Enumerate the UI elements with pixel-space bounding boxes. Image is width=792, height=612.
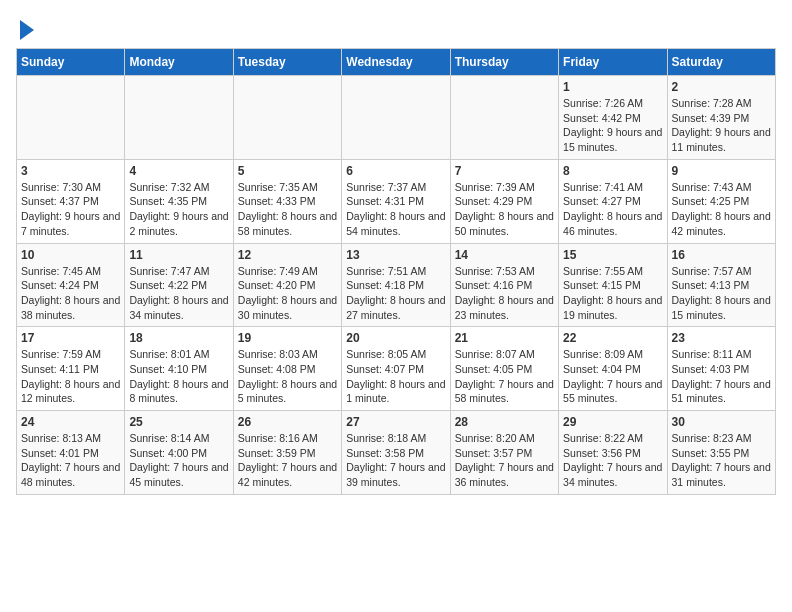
day-info: Sunrise: 8:16 AM Sunset: 3:59 PM Dayligh…: [238, 431, 337, 490]
day-number: 25: [129, 415, 228, 429]
day-info: Sunrise: 7:35 AM Sunset: 4:33 PM Dayligh…: [238, 180, 337, 239]
day-info: Sunrise: 8:14 AM Sunset: 4:00 PM Dayligh…: [129, 431, 228, 490]
day-info: Sunrise: 8:20 AM Sunset: 3:57 PM Dayligh…: [455, 431, 554, 490]
calendar-cell: 27Sunrise: 8:18 AM Sunset: 3:58 PM Dayli…: [342, 411, 450, 495]
header-day-wednesday: Wednesday: [342, 49, 450, 76]
header-day-friday: Friday: [559, 49, 667, 76]
header-day-monday: Monday: [125, 49, 233, 76]
day-number: 11: [129, 248, 228, 262]
day-info: Sunrise: 8:22 AM Sunset: 3:56 PM Dayligh…: [563, 431, 662, 490]
calendar-cell: 5Sunrise: 7:35 AM Sunset: 4:33 PM Daylig…: [233, 159, 341, 243]
calendar-body: 1Sunrise: 7:26 AM Sunset: 4:42 PM Daylig…: [17, 76, 776, 495]
calendar-cell: 2Sunrise: 7:28 AM Sunset: 4:39 PM Daylig…: [667, 76, 775, 160]
week-row-5: 24Sunrise: 8:13 AM Sunset: 4:01 PM Dayli…: [17, 411, 776, 495]
calendar-cell: 18Sunrise: 8:01 AM Sunset: 4:10 PM Dayli…: [125, 327, 233, 411]
calendar-cell: 19Sunrise: 8:03 AM Sunset: 4:08 PM Dayli…: [233, 327, 341, 411]
day-info: Sunrise: 7:37 AM Sunset: 4:31 PM Dayligh…: [346, 180, 445, 239]
calendar-cell: 26Sunrise: 8:16 AM Sunset: 3:59 PM Dayli…: [233, 411, 341, 495]
calendar-header: SundayMondayTuesdayWednesdayThursdayFrid…: [17, 49, 776, 76]
header-row: SundayMondayTuesdayWednesdayThursdayFrid…: [17, 49, 776, 76]
day-info: Sunrise: 7:53 AM Sunset: 4:16 PM Dayligh…: [455, 264, 554, 323]
week-row-4: 17Sunrise: 7:59 AM Sunset: 4:11 PM Dayli…: [17, 327, 776, 411]
day-info: Sunrise: 8:09 AM Sunset: 4:04 PM Dayligh…: [563, 347, 662, 406]
day-info: Sunrise: 7:32 AM Sunset: 4:35 PM Dayligh…: [129, 180, 228, 239]
day-number: 15: [563, 248, 662, 262]
calendar-cell: [125, 76, 233, 160]
day-info: Sunrise: 8:11 AM Sunset: 4:03 PM Dayligh…: [672, 347, 771, 406]
day-number: 30: [672, 415, 771, 429]
day-number: 21: [455, 331, 554, 345]
day-number: 14: [455, 248, 554, 262]
day-info: Sunrise: 8:07 AM Sunset: 4:05 PM Dayligh…: [455, 347, 554, 406]
calendar-cell: 12Sunrise: 7:49 AM Sunset: 4:20 PM Dayli…: [233, 243, 341, 327]
calendar-cell: 7Sunrise: 7:39 AM Sunset: 4:29 PM Daylig…: [450, 159, 558, 243]
day-number: 17: [21, 331, 120, 345]
calendar-cell: 6Sunrise: 7:37 AM Sunset: 4:31 PM Daylig…: [342, 159, 450, 243]
week-row-1: 1Sunrise: 7:26 AM Sunset: 4:42 PM Daylig…: [17, 76, 776, 160]
day-number: 16: [672, 248, 771, 262]
calendar-cell: 8Sunrise: 7:41 AM Sunset: 4:27 PM Daylig…: [559, 159, 667, 243]
day-info: Sunrise: 8:23 AM Sunset: 3:55 PM Dayligh…: [672, 431, 771, 490]
day-info: Sunrise: 8:18 AM Sunset: 3:58 PM Dayligh…: [346, 431, 445, 490]
day-number: 18: [129, 331, 228, 345]
day-info: Sunrise: 7:28 AM Sunset: 4:39 PM Dayligh…: [672, 96, 771, 155]
day-info: Sunrise: 7:30 AM Sunset: 4:37 PM Dayligh…: [21, 180, 120, 239]
calendar-cell: [233, 76, 341, 160]
calendar-cell: 4Sunrise: 7:32 AM Sunset: 4:35 PM Daylig…: [125, 159, 233, 243]
calendar-cell: 3Sunrise: 7:30 AM Sunset: 4:37 PM Daylig…: [17, 159, 125, 243]
day-info: Sunrise: 8:05 AM Sunset: 4:07 PM Dayligh…: [346, 347, 445, 406]
day-number: 1: [563, 80, 662, 94]
day-number: 28: [455, 415, 554, 429]
header-day-tuesday: Tuesday: [233, 49, 341, 76]
day-info: Sunrise: 7:57 AM Sunset: 4:13 PM Dayligh…: [672, 264, 771, 323]
day-number: 23: [672, 331, 771, 345]
day-info: Sunrise: 7:45 AM Sunset: 4:24 PM Dayligh…: [21, 264, 120, 323]
week-row-2: 3Sunrise: 7:30 AM Sunset: 4:37 PM Daylig…: [17, 159, 776, 243]
day-info: Sunrise: 7:39 AM Sunset: 4:29 PM Dayligh…: [455, 180, 554, 239]
day-number: 5: [238, 164, 337, 178]
calendar-cell: 23Sunrise: 8:11 AM Sunset: 4:03 PM Dayli…: [667, 327, 775, 411]
day-info: Sunrise: 7:55 AM Sunset: 4:15 PM Dayligh…: [563, 264, 662, 323]
calendar-cell: 11Sunrise: 7:47 AM Sunset: 4:22 PM Dayli…: [125, 243, 233, 327]
calendar-cell: 28Sunrise: 8:20 AM Sunset: 3:57 PM Dayli…: [450, 411, 558, 495]
day-number: 12: [238, 248, 337, 262]
calendar-cell: 20Sunrise: 8:05 AM Sunset: 4:07 PM Dayli…: [342, 327, 450, 411]
day-info: Sunrise: 7:59 AM Sunset: 4:11 PM Dayligh…: [21, 347, 120, 406]
calendar-cell: 13Sunrise: 7:51 AM Sunset: 4:18 PM Dayli…: [342, 243, 450, 327]
calendar-cell: 30Sunrise: 8:23 AM Sunset: 3:55 PM Dayli…: [667, 411, 775, 495]
week-row-3: 10Sunrise: 7:45 AM Sunset: 4:24 PM Dayli…: [17, 243, 776, 327]
calendar-cell: 1Sunrise: 7:26 AM Sunset: 4:42 PM Daylig…: [559, 76, 667, 160]
day-number: 8: [563, 164, 662, 178]
logo-arrow-icon: [20, 20, 34, 40]
day-number: 3: [21, 164, 120, 178]
header-day-thursday: Thursday: [450, 49, 558, 76]
day-number: 6: [346, 164, 445, 178]
calendar-cell: 21Sunrise: 8:07 AM Sunset: 4:05 PM Dayli…: [450, 327, 558, 411]
day-number: 13: [346, 248, 445, 262]
calendar-cell: 9Sunrise: 7:43 AM Sunset: 4:25 PM Daylig…: [667, 159, 775, 243]
calendar-cell: [17, 76, 125, 160]
day-info: Sunrise: 8:03 AM Sunset: 4:08 PM Dayligh…: [238, 347, 337, 406]
day-info: Sunrise: 7:47 AM Sunset: 4:22 PM Dayligh…: [129, 264, 228, 323]
day-info: Sunrise: 7:26 AM Sunset: 4:42 PM Dayligh…: [563, 96, 662, 155]
calendar-cell: 22Sunrise: 8:09 AM Sunset: 4:04 PM Dayli…: [559, 327, 667, 411]
calendar-cell: 29Sunrise: 8:22 AM Sunset: 3:56 PM Dayli…: [559, 411, 667, 495]
calendar-table: SundayMondayTuesdayWednesdayThursdayFrid…: [16, 48, 776, 495]
day-number: 2: [672, 80, 771, 94]
day-number: 22: [563, 331, 662, 345]
day-info: Sunrise: 8:13 AM Sunset: 4:01 PM Dayligh…: [21, 431, 120, 490]
day-number: 29: [563, 415, 662, 429]
calendar-cell: 14Sunrise: 7:53 AM Sunset: 4:16 PM Dayli…: [450, 243, 558, 327]
logo: [16, 16, 34, 40]
day-number: 4: [129, 164, 228, 178]
day-number: 19: [238, 331, 337, 345]
calendar-cell: 17Sunrise: 7:59 AM Sunset: 4:11 PM Dayli…: [17, 327, 125, 411]
calendar-cell: 16Sunrise: 7:57 AM Sunset: 4:13 PM Dayli…: [667, 243, 775, 327]
day-info: Sunrise: 7:51 AM Sunset: 4:18 PM Dayligh…: [346, 264, 445, 323]
day-info: Sunrise: 7:43 AM Sunset: 4:25 PM Dayligh…: [672, 180, 771, 239]
day-info: Sunrise: 7:49 AM Sunset: 4:20 PM Dayligh…: [238, 264, 337, 323]
day-info: Sunrise: 8:01 AM Sunset: 4:10 PM Dayligh…: [129, 347, 228, 406]
header-day-saturday: Saturday: [667, 49, 775, 76]
day-number: 20: [346, 331, 445, 345]
day-number: 24: [21, 415, 120, 429]
